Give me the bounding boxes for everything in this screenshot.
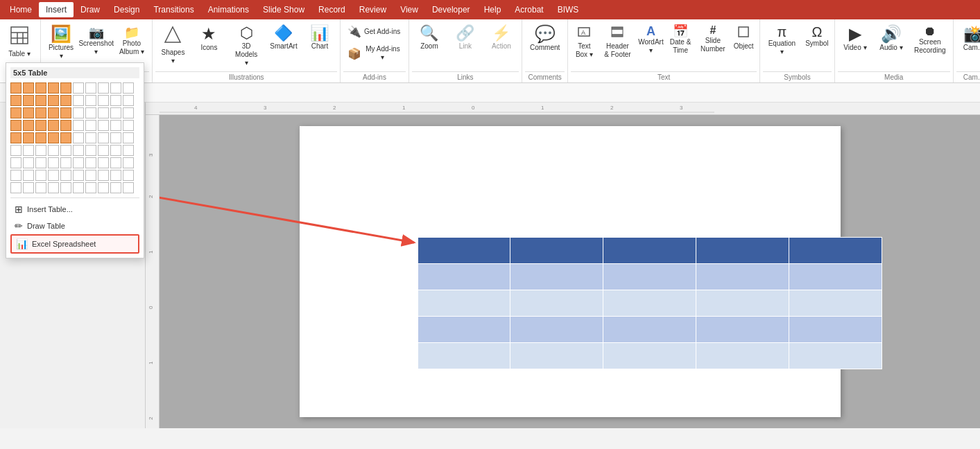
- grid-cell[interactable]: [123, 170, 134, 181]
- grid-cell[interactable]: [48, 95, 59, 106]
- grid-cell[interactable]: [48, 132, 59, 143]
- grid-cell[interactable]: [110, 120, 121, 131]
- grid-cell[interactable]: [85, 82, 96, 94]
- grid-cell[interactable]: [60, 82, 71, 94]
- header-footer-button[interactable]: Header & Footer: [599, 22, 636, 62]
- grid-cell[interactable]: [123, 157, 134, 168]
- grid-cell[interactable]: [123, 145, 134, 156]
- grid-cell[interactable]: [35, 132, 46, 143]
- photo-album-button[interactable]: 📁 Photo Album ▾: [114, 24, 149, 59]
- table-button[interactable]: Table ▾: [3, 22, 36, 62]
- zoom-button[interactable]: 🔍 Zoom: [412, 22, 447, 54]
- grid-cell[interactable]: [23, 157, 34, 168]
- grid-cell[interactable]: [123, 120, 134, 131]
- grid-cell[interactable]: [98, 82, 109, 94]
- grid-cell[interactable]: [60, 145, 71, 156]
- excel-spreadsheet-action[interactable]: 📊 Excel Spreadsheet: [10, 234, 139, 254]
- menu-item-review[interactable]: Review: [352, 2, 393, 17]
- grid-cell[interactable]: [98, 107, 109, 118]
- grid-cell[interactable]: [73, 120, 84, 131]
- grid-cell[interactable]: [35, 157, 46, 168]
- smartart-button[interactable]: 🔷 SmartArt: [266, 22, 301, 54]
- menu-item-help[interactable]: Help: [477, 2, 508, 17]
- grid-cell[interactable]: [73, 95, 84, 106]
- pictures-button[interactable]: 🖼️ Pictures ▾: [44, 22, 78, 64]
- grid-cell[interactable]: [98, 145, 109, 156]
- grid-cell[interactable]: [48, 157, 59, 168]
- grid-cell[interactable]: [35, 107, 46, 118]
- grid-cell[interactable]: [98, 95, 109, 106]
- grid-cell[interactable]: [123, 107, 134, 118]
- action-button[interactable]: ⚡ Action: [484, 22, 519, 54]
- text-box-button[interactable]: A Text Box ▾: [571, 22, 597, 62]
- grid-cell[interactable]: [110, 157, 121, 168]
- grid-cell[interactable]: [60, 120, 71, 131]
- grid-cell[interactable]: [10, 145, 22, 156]
- grid-cell[interactable]: [85, 107, 96, 118]
- grid-cell[interactable]: [10, 120, 22, 131]
- date-time-button[interactable]: 📅 Date & Time: [665, 22, 695, 58]
- chart-button[interactable]: 📊 Chart: [302, 22, 337, 54]
- grid-cell[interactable]: [23, 82, 34, 94]
- menu-item-transitions[interactable]: Transitions: [146, 2, 200, 17]
- grid-cell[interactable]: [85, 170, 96, 181]
- grid-cell[interactable]: [85, 132, 96, 143]
- grid-cell[interactable]: [110, 95, 121, 106]
- slide-number-button[interactable]: # Slide Number: [697, 22, 729, 56]
- grid-cell[interactable]: [110, 107, 121, 118]
- grid-cell[interactable]: [35, 82, 46, 94]
- insert-table-action[interactable]: ⊞ Insert Table...: [10, 201, 139, 218]
- cameo-button[interactable]: 📸 Cam...: [956, 22, 980, 55]
- grid-cell[interactable]: [60, 157, 71, 168]
- grid-cell[interactable]: [23, 145, 34, 156]
- grid-cell[interactable]: [73, 82, 84, 94]
- menu-item-acrobat[interactable]: Acrobat: [508, 2, 550, 17]
- grid-cell[interactable]: [85, 120, 96, 131]
- table-grid[interactable]: [10, 82, 139, 193]
- grid-cell[interactable]: [85, 182, 96, 193]
- grid-cell[interactable]: [60, 95, 71, 106]
- grid-cell[interactable]: [110, 132, 121, 143]
- grid-cell[interactable]: [73, 182, 84, 193]
- grid-cell[interactable]: [110, 145, 121, 156]
- menu-item-slideshow[interactable]: Slide Show: [256, 2, 311, 17]
- comment-button[interactable]: 💬 Comment: [525, 22, 565, 55]
- grid-cell[interactable]: [85, 95, 96, 106]
- grid-cell[interactable]: [110, 182, 121, 193]
- screen-recording-button[interactable]: ⏺ Screen Recording: [910, 22, 950, 58]
- grid-cell[interactable]: [98, 170, 109, 181]
- draw-table-action[interactable]: ✏ Draw Table: [10, 218, 139, 234]
- menu-item-insert[interactable]: Insert: [39, 2, 74, 17]
- menu-item-view[interactable]: View: [393, 2, 425, 17]
- grid-cell[interactable]: [10, 82, 22, 94]
- grid-cell[interactable]: [35, 120, 46, 131]
- menu-item-design[interactable]: Design: [107, 2, 146, 17]
- grid-cell[interactable]: [10, 107, 22, 118]
- grid-cell[interactable]: [73, 107, 84, 118]
- audio-button[interactable]: 🔊 Audio ▾: [874, 22, 909, 55]
- grid-cell[interactable]: [48, 170, 59, 181]
- grid-cell[interactable]: [123, 182, 134, 193]
- grid-cell[interactable]: [10, 157, 22, 168]
- object-button[interactable]: Object: [730, 22, 757, 53]
- grid-cell[interactable]: [60, 132, 71, 143]
- grid-cell[interactable]: [73, 170, 84, 181]
- grid-cell[interactable]: [48, 145, 59, 156]
- grid-cell[interactable]: [60, 107, 71, 118]
- grid-cell[interactable]: [10, 170, 22, 181]
- icons-button[interactable]: ★ Icons: [191, 22, 226, 55]
- grid-cell[interactable]: [23, 107, 34, 118]
- equation-button[interactable]: π Equation ▾: [763, 22, 801, 59]
- grid-cell[interactable]: [48, 107, 59, 118]
- grid-cell[interactable]: [23, 120, 34, 131]
- grid-cell[interactable]: [98, 132, 109, 143]
- grid-cell[interactable]: [23, 182, 34, 193]
- wordart-button[interactable]: A WordArt ▾: [637, 22, 664, 58]
- video-button[interactable]: ▶ Video ▾: [838, 22, 872, 55]
- menu-item-home[interactable]: Home: [3, 2, 39, 17]
- grid-cell[interactable]: [123, 132, 134, 143]
- grid-cell[interactable]: [110, 82, 121, 94]
- grid-cell[interactable]: [110, 170, 121, 181]
- symbol-button[interactable]: Ω Symbol: [802, 22, 832, 51]
- grid-cell[interactable]: [123, 95, 134, 106]
